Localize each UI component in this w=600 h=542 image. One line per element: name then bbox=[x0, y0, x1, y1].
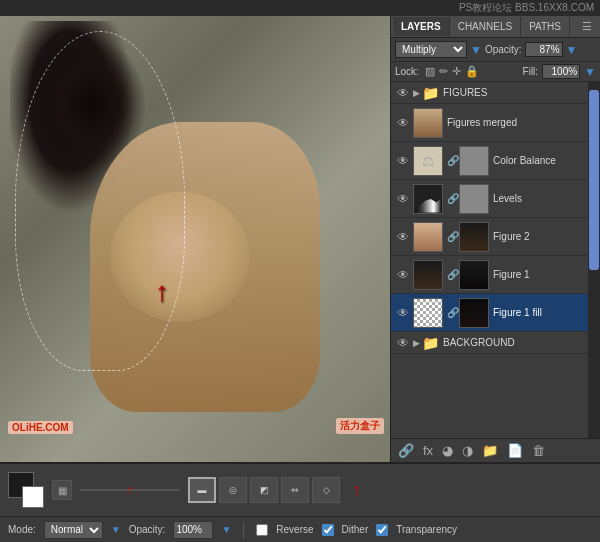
layer-figure2-name: Figure 2 bbox=[493, 231, 596, 242]
gradient-linear-button[interactable]: ▬ bbox=[188, 477, 216, 503]
fg-bg-color-selector[interactable] bbox=[8, 472, 44, 508]
layer-figure1[interactable]: 👁 🔗 Figure 1 bbox=[391, 256, 600, 294]
blend-bar: Multiply Normal Screen Overlay ▼ Opacity… bbox=[391, 38, 600, 62]
layer-figure1-fill-mask-thumb bbox=[459, 298, 489, 328]
layer-figure2-mask-thumb bbox=[459, 222, 489, 252]
lock-all-icon[interactable]: 🔒 bbox=[465, 65, 479, 78]
layer-figure2-link-icon: 🔗 bbox=[447, 229, 459, 245]
layer-group-icon[interactable]: 📁 bbox=[479, 442, 501, 459]
bottom-left-watermark: OLiHE.COM bbox=[8, 421, 73, 434]
divider bbox=[243, 522, 244, 538]
bottom-right-watermark: 活力盒子 bbox=[336, 418, 384, 434]
gradient-angle-button[interactable]: ◩ bbox=[250, 477, 278, 503]
layer-color-balance[interactable]: 👁 ⚖ 🔗 Color Balance bbox=[391, 142, 600, 180]
layer-figure1-fill-link-icon: 🔗 bbox=[447, 305, 459, 321]
layer-bottom-bar: 🔗 fx ◕ ◑ 📁 📄 🗑 bbox=[391, 438, 600, 462]
layer-figure1-eye[interactable]: 👁 bbox=[395, 267, 411, 283]
gradient-toolbar: ▦ ↑ ▬ ◎ ◩ ⇔ ◇ ↑ bbox=[0, 462, 600, 516]
layer-figure1-thumb bbox=[413, 260, 443, 290]
transparency-checkbox[interactable] bbox=[376, 524, 388, 536]
panel-menu-icon[interactable]: ☰ bbox=[576, 16, 598, 37]
gradient-arrow-indicator: ↑ bbox=[127, 482, 134, 498]
layer-mask-icon[interactable]: ◕ bbox=[439, 442, 456, 459]
layer-color-balance-mask-thumb bbox=[459, 146, 489, 176]
blend-mode-arrow: ▼ bbox=[470, 43, 482, 57]
layer-figure1-fill[interactable]: 👁 🔗 Figure 1 fill bbox=[391, 294, 600, 332]
gradient-arrow-container: ↑ bbox=[352, 481, 361, 499]
fill-input[interactable] bbox=[542, 64, 580, 79]
dither-label: Dither bbox=[342, 524, 369, 535]
layer-delete-icon[interactable]: 🗑 bbox=[529, 442, 548, 459]
group-figures-label: FIGURES bbox=[443, 87, 596, 98]
lock-position-icon[interactable]: ✛ bbox=[452, 65, 461, 78]
reverse-checkbox[interactable] bbox=[256, 524, 268, 536]
tab-layers[interactable]: LAYERS bbox=[393, 17, 450, 36]
gradient-preview[interactable]: ↑ bbox=[80, 489, 180, 491]
layer-levels-mask-thumb bbox=[459, 184, 489, 214]
opacity-arrow: ▼ bbox=[566, 43, 578, 57]
gradient-reflected-button[interactable]: ⇔ bbox=[281, 477, 309, 503]
gradient-radial-button[interactable]: ◎ bbox=[219, 477, 247, 503]
layer-figures-merged[interactable]: 👁 Figures merged bbox=[391, 104, 600, 142]
panels-area: LAYERS CHANNELS PATHS ☰ Multiply Normal … bbox=[390, 16, 600, 462]
layer-figure1-name: Figure 1 bbox=[493, 269, 596, 280]
group-figures[interactable]: 👁 ▶ 📁 FIGURES bbox=[391, 82, 600, 104]
app-container: PS教程论坛 BBS.16XX8.COM ↑ OLiHE bbox=[0, 0, 600, 542]
mode-select[interactable]: Normal bbox=[44, 521, 103, 539]
tab-paths[interactable]: PATHS bbox=[521, 17, 570, 36]
group-background[interactable]: 👁 ▶ 📁 BACKGROUND bbox=[391, 332, 600, 354]
blend-mode-select[interactable]: Multiply Normal Screen Overlay bbox=[395, 41, 467, 58]
lock-transparent-icon[interactable]: ▨ bbox=[425, 65, 435, 78]
layer-levels[interactable]: 👁 🔗 Levels bbox=[391, 180, 600, 218]
opacity-bar-input[interactable] bbox=[173, 521, 213, 539]
mode-select-arrow: ▼ bbox=[111, 524, 121, 535]
layers-list: 👁 ▶ 📁 FIGURES 👁 Figures merged bbox=[391, 82, 600, 354]
panel-tabs: LAYERS CHANNELS PATHS ☰ bbox=[391, 16, 600, 38]
layer-figure2-eye[interactable]: 👁 bbox=[395, 229, 411, 245]
opacity-bar-label: Opacity: bbox=[129, 524, 166, 535]
layer-figure2[interactable]: 👁 🔗 Figure 2 bbox=[391, 218, 600, 256]
opacity-input[interactable] bbox=[525, 42, 563, 57]
layer-levels-link-icon: 🔗 bbox=[447, 191, 459, 207]
gradient-type-button[interactable]: ▦ bbox=[52, 480, 72, 500]
dither-checkbox[interactable] bbox=[322, 524, 334, 536]
scrollbar[interactable] bbox=[588, 82, 600, 438]
lock-paint-icon[interactable]: ✏ bbox=[439, 65, 448, 78]
watermark-bar: PS教程论坛 BBS.16XX8.COM bbox=[0, 0, 600, 16]
transparency-label: Transparency bbox=[396, 524, 457, 535]
layer-figure1-fill-thumb bbox=[413, 298, 443, 328]
second-red-arrow: ↑ bbox=[352, 481, 361, 499]
group-figures-eye[interactable]: 👁 bbox=[395, 85, 411, 101]
fill-arrow: ▼ bbox=[584, 65, 596, 79]
group-background-eye[interactable]: 👁 bbox=[395, 335, 411, 351]
layer-figures-merged-thumb bbox=[413, 108, 443, 138]
group-background-arrow[interactable]: ▶ bbox=[413, 338, 420, 348]
reverse-label: Reverse bbox=[276, 524, 313, 535]
layer-color-balance-eye[interactable]: 👁 bbox=[395, 153, 411, 169]
layers-scrollable: 👁 ▶ 📁 FIGURES 👁 Figures merged bbox=[391, 82, 600, 438]
layer-link-icon[interactable]: 🔗 bbox=[395, 442, 417, 459]
main-content: ↑ OLiHE.COM 活力盒子 LAYERS CHANNELS PATHS ☰… bbox=[0, 16, 600, 462]
layer-levels-thumb bbox=[413, 184, 443, 214]
group-background-label: BACKGROUND bbox=[443, 337, 596, 348]
gradient-preview-container: ↑ bbox=[80, 489, 180, 491]
layer-levels-name: Levels bbox=[493, 193, 596, 204]
layer-new-icon[interactable]: 📄 bbox=[504, 442, 526, 459]
layer-color-balance-link-icon: 🔗 bbox=[447, 153, 459, 169]
layer-figure1-fill-eye[interactable]: 👁 bbox=[395, 305, 411, 321]
gradient-diamond-button[interactable]: ◇ bbox=[312, 477, 340, 503]
tab-channels[interactable]: CHANNELS bbox=[450, 17, 521, 36]
layer-figure1-mask-thumb bbox=[459, 260, 489, 290]
gradient-options: ▬ ◎ ◩ ⇔ ◇ bbox=[188, 477, 340, 503]
layer-fx-icon[interactable]: fx bbox=[420, 442, 436, 459]
canvas-image: ↑ bbox=[0, 16, 390, 462]
canvas-area: ↑ OLiHE.COM 活力盒子 bbox=[0, 16, 390, 462]
scroll-thumb[interactable] bbox=[589, 90, 599, 270]
background-color[interactable] bbox=[22, 486, 44, 508]
layer-adjustment-icon[interactable]: ◑ bbox=[459, 442, 476, 459]
layer-figures-merged-eye[interactable]: 👁 bbox=[395, 115, 411, 131]
top-watermark-text: PS教程论坛 BBS.16XX8.COM bbox=[459, 2, 594, 13]
layer-levels-eye[interactable]: 👁 bbox=[395, 191, 411, 207]
group-figures-arrow[interactable]: ▶ bbox=[413, 88, 420, 98]
fill-label: Fill: bbox=[523, 66, 539, 77]
